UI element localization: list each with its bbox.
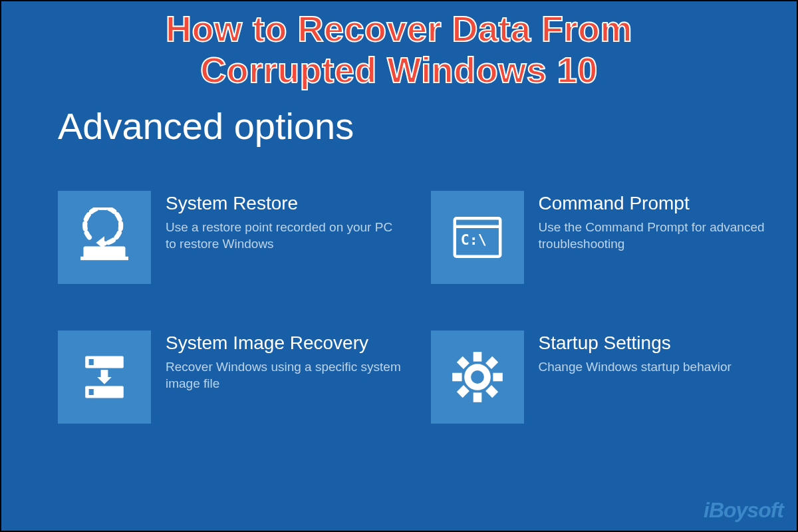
option-startup-settings[interactable]: Startup Settings Change Windows startup … [431,331,777,424]
svg-rect-10 [101,370,108,378]
svg-point-21 [471,370,484,384]
overlay-line-1: How to Recover Data From [166,9,632,49]
system-image-recovery-icon [58,331,151,424]
system-restore-icon [58,191,151,284]
svg-rect-17 [473,392,481,402]
svg-rect-9 [89,389,94,395]
tile-description: Use a restore point recorded on your PC … [166,219,404,253]
svg-rect-18 [456,385,469,398]
gear-icon [431,331,524,424]
watermark-logo: iBoysoft [704,498,783,523]
tile-text: Startup Settings Change Windows startup … [539,331,732,375]
svg-rect-16 [485,385,498,398]
tile-text: Command Prompt Use the Command Prompt fo… [539,191,777,253]
svg-rect-20 [456,356,469,369]
svg-rect-13 [473,352,481,361]
svg-rect-19 [452,373,462,382]
overlay-line-2: Corrupted Windows 10 [200,50,598,90]
tile-description: Recover Windows using a specific system … [166,358,404,392]
tile-title: Command Prompt [539,192,777,215]
tile-title: System Image Recovery [166,332,404,354]
svg-rect-14 [485,356,498,369]
svg-text:C:\: C:\ [460,231,486,248]
svg-rect-7 [89,359,94,365]
option-system-image-recovery[interactable]: System Image Recovery Recover Windows us… [58,331,404,424]
tile-description: Use the Command Prompt for advanced trou… [539,219,777,253]
option-system-restore[interactable]: System Restore Use a restore point recor… [58,191,404,284]
tile-title: Startup Settings [539,332,732,354]
tile-title: System Restore [166,192,404,215]
option-command-prompt[interactable]: C:\ Command Prompt Use the Command Promp… [431,191,777,284]
tile-text: System Image Recovery Recover Windows us… [166,331,404,392]
tile-description: Change Windows startup behavior [539,358,732,376]
command-prompt-icon: C:\ [431,191,524,284]
page-title: Advanced options [58,104,354,148]
article-overlay-title: How to Recover Data From Corrupted Windo… [1,8,797,90]
options-grid: System Restore Use a restore point recor… [58,191,777,424]
svg-marker-11 [97,377,112,384]
svg-rect-1 [80,257,128,260]
tile-text: System Restore Use a restore point recor… [166,191,404,253]
svg-rect-15 [493,373,502,382]
